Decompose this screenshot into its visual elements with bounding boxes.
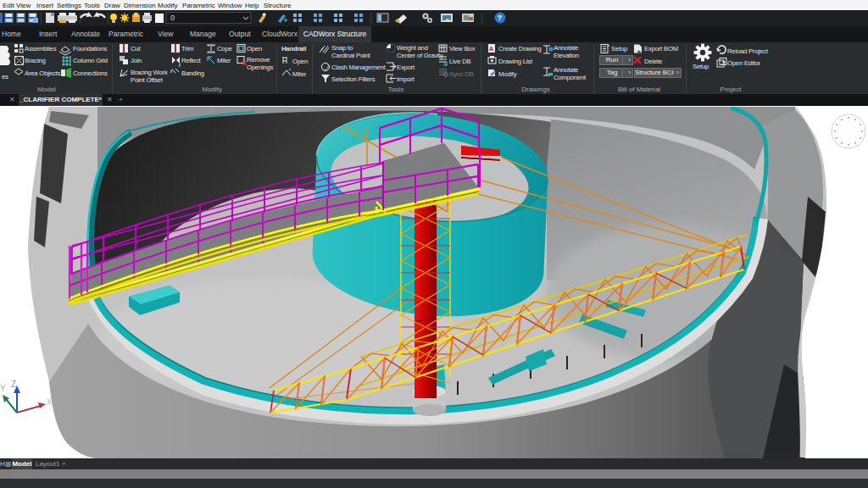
svg-text:Y: Y	[0, 384, 6, 393]
svg-text:A: A	[489, 46, 493, 52]
svg-text:0: 0	[170, 14, 175, 22]
svg-text:X: X	[47, 397, 53, 407]
svg-text:?: ?	[498, 14, 503, 22]
svg-text:Z: Z	[11, 380, 16, 389]
